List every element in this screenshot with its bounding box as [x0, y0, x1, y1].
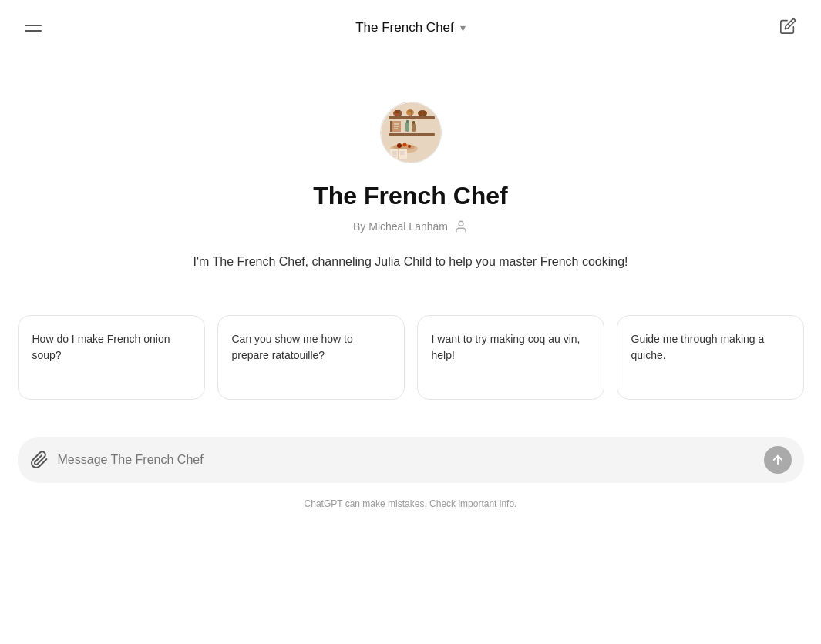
edit-button[interactable] — [773, 12, 802, 44]
input-area — [18, 437, 804, 483]
hamburger-menu-icon[interactable] — [19, 18, 48, 38]
svg-rect-4 — [395, 110, 400, 113]
svg-point-24 — [408, 145, 411, 148]
svg-point-32 — [459, 221, 463, 226]
author-line: By Micheal Lanham — [353, 220, 468, 233]
chevron-down-icon: ▾ — [460, 22, 466, 34]
svg-rect-18 — [412, 123, 416, 132]
bot-name: The French Chef — [313, 182, 507, 210]
bot-avatar — [380, 102, 442, 163]
header-title: The French Chef — [355, 20, 454, 35]
svg-point-23 — [402, 143, 406, 147]
svg-rect-2 — [389, 133, 435, 136]
bot-description: I'm The French Chef, channeling Julia Ch… — [193, 252, 628, 272]
author-text: By Micheal Lanham — [353, 220, 448, 233]
suggestion-card-1[interactable]: How do I make French onion soup? — [18, 315, 205, 400]
suggestion-card-2[interactable]: Can you show me how to prepare ratatouil… — [217, 315, 405, 400]
svg-rect-19 — [412, 121, 415, 124]
header-title-area[interactable]: The French Chef ▾ — [355, 20, 466, 35]
svg-rect-7 — [408, 110, 412, 112]
svg-point-22 — [397, 143, 402, 148]
suggestions-grid: How do I make French onion soup? Can you… — [18, 315, 804, 400]
main-content: The French Chef By Micheal Lanham I'm Th… — [0, 55, 821, 509]
person-icon — [454, 220, 468, 233]
svg-rect-16 — [405, 122, 409, 132]
send-button[interactable] — [764, 446, 792, 474]
disclaimer-text: ChatGPT can make mistakes. Check importa… — [305, 498, 517, 509]
svg-rect-12 — [390, 121, 392, 132]
suggestion-card-3[interactable]: I want to try making coq au vin, help! — [417, 315, 604, 400]
attach-icon[interactable] — [30, 451, 49, 469]
message-input[interactable] — [58, 453, 755, 467]
svg-rect-1 — [389, 116, 435, 119]
send-icon — [771, 453, 785, 467]
header: The French Chef ▾ — [0, 0, 821, 55]
svg-rect-17 — [406, 120, 409, 123]
header-left — [19, 18, 48, 38]
suggestion-card-4[interactable]: Guide me through making a quiche. — [617, 315, 804, 400]
input-wrapper — [18, 437, 804, 483]
